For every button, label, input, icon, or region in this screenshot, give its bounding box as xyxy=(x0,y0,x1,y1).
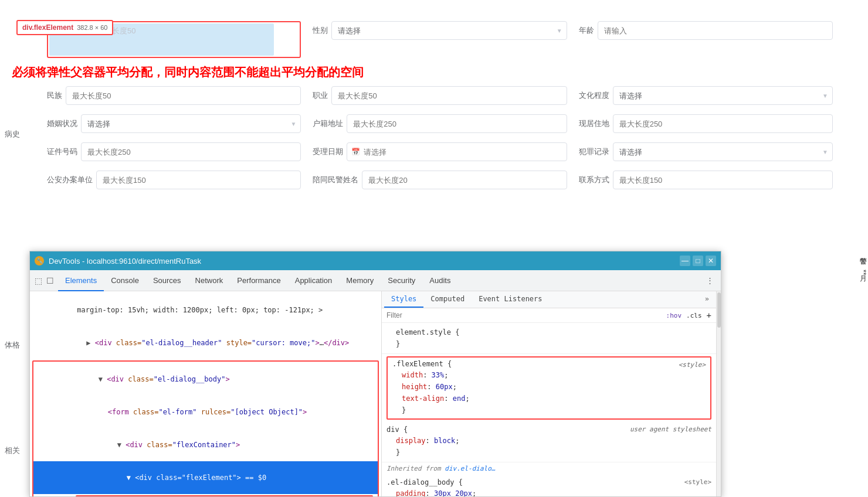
ua-div-rule: div { user agent stylesheet display: blo… xyxy=(382,422,716,462)
gender-select[interactable]: 请选择 xyxy=(331,21,567,40)
styles-more-icon[interactable]: » xyxy=(700,291,714,308)
crime-record-field: 犯罪记录 请选择 ▼ xyxy=(579,142,833,161)
residence-label: 现居住地 xyxy=(579,118,609,129)
education-field: 文化程度 请选择 ▼ xyxy=(579,86,833,105)
devtools-close-button[interactable]: ✕ xyxy=(706,256,716,266)
devtools-restore-button[interactable]: □ xyxy=(693,256,703,266)
styles-tab-computed[interactable]: Computed xyxy=(423,291,472,308)
flex-rule-close: } xyxy=(392,404,706,416)
escort-police-label: 陪同民警姓名 xyxy=(313,175,358,185)
id-input[interactable] xyxy=(81,142,301,161)
escort-police-input[interactable] xyxy=(362,171,567,189)
tab-console[interactable]: Console xyxy=(104,270,146,291)
marital-select[interactable]: 请选择 xyxy=(81,114,301,133)
styles-filter-input[interactable] xyxy=(386,311,662,319)
right-edge-date: 月** xyxy=(858,270,868,275)
devtools-tabs-bar: ⬚ ☐ Elements Console Sources Network Per… xyxy=(30,270,721,291)
devtools-minimize-button[interactable]: — xyxy=(680,256,690,266)
accept-date-input[interactable] xyxy=(347,142,567,161)
dom-line-body: ▼ <div class="el-dialog__body"> xyxy=(33,363,378,396)
id-label: 证件号码 xyxy=(47,147,77,157)
devtools-title: DevTools - localhost:9610/direct/mentRuT… xyxy=(49,257,675,265)
cursor-icon[interactable]: ⬚ xyxy=(32,275,44,287)
flex-rule-text-align: text-align: end; xyxy=(392,393,706,404)
el-dialog-rule-padding: padding: 30px 20px; xyxy=(386,488,711,496)
dom-line-flexcontainer: ▼ <div class="flexContainer"> xyxy=(33,428,378,461)
education-select-wrap[interactable]: 请选择 ▼ xyxy=(613,86,833,105)
household-field: 户籍地址 xyxy=(313,114,567,133)
tab-audits[interactable]: Audits xyxy=(422,270,457,291)
row-5: 公安办案单位 陪同民警姓名 联系方式 xyxy=(12,171,833,189)
inherited-from-link[interactable]: div.el-dialo… xyxy=(445,465,495,472)
el-dialog-rule-source: <style> xyxy=(684,478,711,488)
household-input[interactable] xyxy=(347,114,567,133)
devtools-window-buttons: — □ ✕ xyxy=(680,256,716,266)
occupation-input[interactable] xyxy=(331,86,567,105)
tab-network[interactable]: Network xyxy=(188,270,230,291)
form-area: div.flexElement 382.8 × 60 吸毒人姓名 最大长度50 … xyxy=(0,0,868,208)
education-select[interactable]: 请选择 xyxy=(613,86,833,105)
tab-security[interactable]: Security xyxy=(381,270,422,291)
devtools-more-icon[interactable]: ⋮ xyxy=(701,276,718,285)
tooltip-class: div.flexElement xyxy=(22,23,73,32)
styles-tab-styles[interactable]: Styles xyxy=(384,291,423,308)
ethnicity-input[interactable] xyxy=(66,86,301,105)
calendar-icon: 📅 xyxy=(351,148,360,156)
row-2: 民族 职业 文化程度 请选择 ▼ xyxy=(12,86,833,105)
side-label-related: 相关 xyxy=(5,445,20,456)
residence-input[interactable] xyxy=(613,114,833,133)
side-label-history: 病史 xyxy=(5,129,20,139)
crime-record-select-wrap[interactable]: 请选择 ▼ xyxy=(613,142,833,161)
tab-application[interactable]: Application xyxy=(288,270,340,291)
tab-elements[interactable]: Elements xyxy=(58,270,104,291)
element-tooltip: div.flexElement 382.8 × 60 xyxy=(16,20,113,35)
residence-field: 现居住地 xyxy=(579,114,833,133)
occupation-field: 职业 xyxy=(313,86,567,105)
tab-performance[interactable]: Performance xyxy=(230,270,287,291)
police-unit-field: 公安办案单位 xyxy=(47,171,301,189)
page-wrapper: div.flexElement 382.8 × 60 吸毒人姓名 最大长度50 … xyxy=(0,0,868,497)
crime-record-select[interactable]: 请选择 xyxy=(613,142,833,161)
occupation-label: 职业 xyxy=(313,90,328,101)
dom-line-1: margin-top: 15vh; width: 1200px; left: 0… xyxy=(30,294,381,326)
tab-sources[interactable]: Sources xyxy=(146,270,188,291)
gender-select-wrap[interactable]: 请选择 ▼ xyxy=(331,21,567,40)
styles-scrollbar-thumb[interactable] xyxy=(717,292,721,328)
gender-field: 性别 请选择 ▼ xyxy=(313,21,567,40)
el-dialog-body-rule: .el-dialog__body { <style> padding: 30px… xyxy=(382,475,716,496)
inspect-icon[interactable]: ☐ xyxy=(44,275,56,287)
devtools-titlebar[interactable]: 🔧 DevTools - localhost:9610/direct/mentR… xyxy=(30,251,721,270)
tooltip-dimensions: 382.8 × 60 xyxy=(77,24,107,31)
inherited-label: Inherited from div.el-dialo… xyxy=(382,462,716,475)
flex-rule-selector: .flexElement { xyxy=(392,360,452,368)
ethnicity-field: 民族 xyxy=(47,86,301,105)
filter-hov-button[interactable]: :hov xyxy=(666,312,682,319)
annotation-text: 必须将弹性父容器平均分配，同时内容范围不能超出平均分配的空间 xyxy=(12,64,833,80)
age-input[interactable] xyxy=(598,21,833,40)
contact-input[interactable] xyxy=(613,171,833,189)
police-unit-input[interactable] xyxy=(96,171,301,189)
filter-add-button[interactable]: + xyxy=(707,311,711,320)
styles-tab-event-listeners[interactable]: Event Listeners xyxy=(472,291,549,308)
flex-element-style-rule: .flexElement { <style> width: 33%; heigh… xyxy=(386,356,711,420)
marital-select-wrap[interactable]: 请选择 ▼ xyxy=(81,114,301,133)
ua-rule-source: user agent stylesheet xyxy=(630,425,711,435)
gender-label: 性别 xyxy=(313,25,328,36)
devtools-body: margin-top: 15vh; width: 1200px; left: 0… xyxy=(30,291,721,496)
accept-date-input-wrap[interactable]: 📅 xyxy=(347,142,567,161)
flex-rule-header: .flexElement { <style> xyxy=(392,360,706,369)
ua-rule-close: } xyxy=(386,447,711,458)
id-field: 证件号码 xyxy=(47,142,301,161)
styles-panel: Styles Computed Event Listeners » :hov .… xyxy=(382,291,716,496)
flex-rule-source[interactable]: <style> xyxy=(679,361,706,369)
row-3: 婚姻状况 请选择 ▼ 户籍地址 现居住地 xyxy=(12,114,833,133)
tab-memory[interactable]: Memory xyxy=(339,270,381,291)
styles-scrollbar[interactable] xyxy=(716,291,721,496)
element-style-close: } xyxy=(386,338,711,350)
filter-cls-button[interactable]: .cls xyxy=(686,312,702,319)
marital-field: 婚姻状况 请选择 ▼ xyxy=(47,114,301,133)
contact-label: 联系方式 xyxy=(579,175,609,185)
dom-line-flexelement-selected[interactable]: ▼ <div class="flexElement"> == $0 xyxy=(33,461,378,494)
dom-panel[interactable]: margin-top: 15vh; width: 1200px; left: 0… xyxy=(30,291,382,496)
devtools-tab-icons: ⬚ ☐ xyxy=(32,275,56,287)
